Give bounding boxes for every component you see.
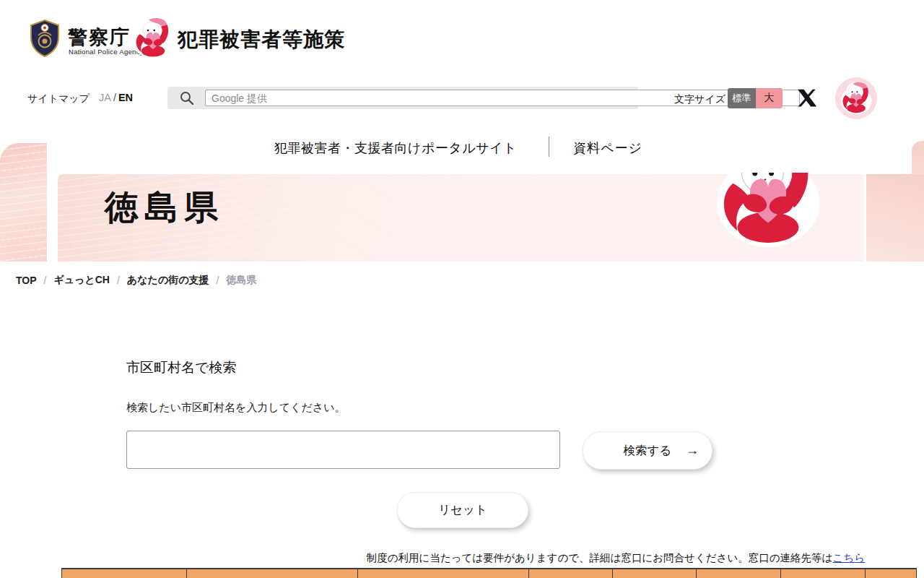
site-search-bar	[167, 87, 638, 109]
municipality-search-input[interactable]	[126, 431, 560, 469]
font-size-label: 文字サイズ	[674, 93, 725, 106]
table-header-cell	[780, 569, 865, 578]
breadcrumb-top[interactable]: TOP	[16, 275, 37, 286]
font-size-large-button[interactable]: 大	[756, 88, 783, 108]
breadcrumb-city-support[interactable]: あなたの街の支援	[127, 274, 209, 287]
table-header-row	[61, 568, 917, 578]
nav-portal-link[interactable]: 犯罪被害者・支援者向けポータルサイト	[274, 139, 517, 157]
reset-button[interactable]: リセット	[397, 492, 528, 528]
table-header-cell	[528, 569, 612, 578]
search-icon	[179, 90, 195, 106]
arrow-right-icon: →	[686, 443, 699, 458]
site-title: 犯罪被害者等施策	[178, 26, 345, 53]
table-header-cell	[696, 569, 780, 578]
search-button-label: 検索する	[624, 443, 672, 459]
breadcrumb: TOP / ギュっとCH / あなたの街の支援 / 徳島県	[16, 274, 256, 287]
nav-divider	[549, 137, 549, 157]
x-social-icon[interactable]	[797, 88, 817, 108]
search-instruction: 検索したい市区町村名を入力してください。	[126, 401, 346, 415]
npa-emblem-logo	[29, 20, 61, 57]
sitemap-link[interactable]: サイトマップ	[27, 92, 90, 105]
lang-en[interactable]: EN	[118, 92, 133, 103]
agency-name: 警察庁	[68, 25, 131, 51]
mascot-logo-icon	[132, 17, 174, 59]
hero-left-panel	[0, 143, 47, 262]
breadcrumb-current-page: 徳島県	[226, 274, 256, 287]
breadcrumb-separator: /	[217, 275, 219, 286]
breadcrumb-gyutto-ch[interactable]: ギュっとCH	[53, 274, 110, 287]
breadcrumb-separator: /	[117, 275, 120, 286]
lang-ja[interactable]: JA	[99, 92, 111, 103]
reset-button-label: リセット	[438, 502, 487, 518]
hero-right-panel	[866, 174, 924, 262]
usage-note: 制度の利用に当たっては要件がありますので、詳細は窓口にお問合せください。窓口の連…	[61, 551, 865, 565]
font-size-standard-button[interactable]: 標準	[728, 88, 756, 108]
mascot-account-button[interactable]	[835, 77, 877, 119]
hero-mascot-illustration	[704, 173, 832, 262]
table-header-cell	[61, 569, 186, 578]
breadcrumb-separator: /	[44, 275, 47, 286]
nav-docs-link[interactable]: 資料ページ	[573, 139, 642, 157]
contact-details-link[interactable]: こちら	[832, 552, 865, 564]
search-button[interactable]: 検索する →	[583, 431, 712, 470]
language-switcher[interactable]: JA/EN	[99, 92, 133, 103]
table-header-cell	[865, 569, 917, 578]
page-title: 徳島県	[105, 185, 224, 230]
mascot-hero-icon	[708, 173, 828, 249]
table-header-cell	[186, 569, 357, 578]
mascot-icon	[840, 82, 873, 115]
table-header-cell	[612, 569, 696, 578]
table-header-cell	[357, 569, 528, 578]
lang-separator: /	[113, 92, 116, 103]
usage-note-text: 制度の利用に当たっては要件がありますので、詳細は窓口にお問合せください。窓口の連…	[367, 552, 833, 564]
search-section-heading: 市区町村名で検索	[126, 358, 236, 377]
hero-right-tip	[912, 141, 924, 174]
